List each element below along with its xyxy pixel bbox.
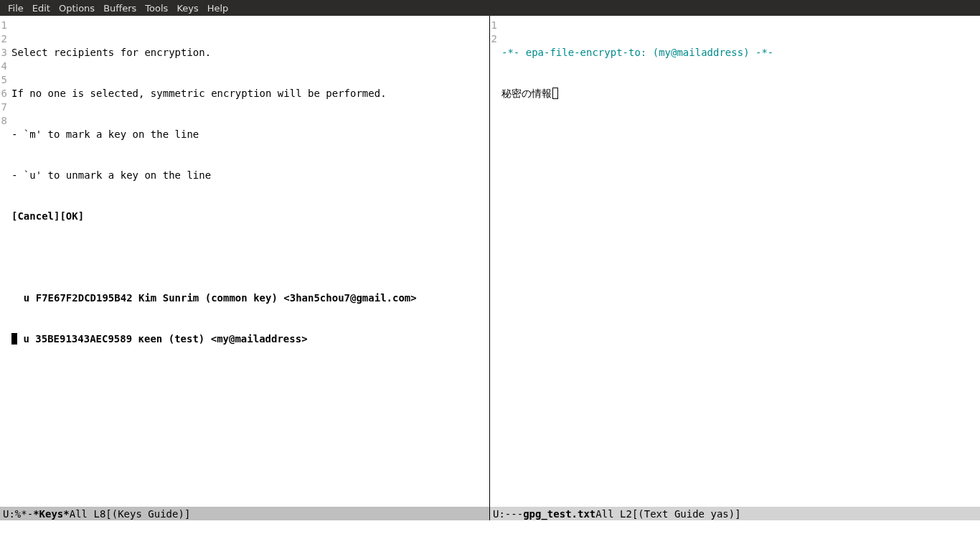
modeline-position: All L2 — [595, 508, 632, 520]
line-number: 2 — [490, 32, 497, 46]
right-modeline[interactable]: U:--- gpg_test.txt All L2 [(Text Guide y… — [490, 507, 980, 520]
line-number: 8 — [0, 114, 7, 128]
text-content: 秘密の情報 — [501, 88, 552, 99]
text-line: - `u' to unmark a key on the line — [11, 169, 417, 182]
text-line: 秘密の情報 — [501, 87, 773, 100]
cursor-icon — [552, 88, 558, 99]
modeline-buffer-name: gpg_test.txt — [523, 508, 595, 520]
menu-buffers[interactable]: Buffers — [99, 3, 141, 14]
key-entry-text: u 35BE91343AEC9589 κeen (test) <my@maila… — [17, 333, 308, 345]
line-number: 7 — [0, 100, 7, 114]
text-line: Select recipients for encryption. — [11, 46, 417, 60]
minibuffer[interactable] — [0, 520, 980, 534]
line-number: 5 — [0, 73, 7, 87]
menu-help[interactable]: Help — [203, 3, 233, 14]
right-gutter: 1 2 — [490, 16, 499, 507]
right-pane: 1 2 -*- epa-file-encrypt-to: (my@mailadd… — [490, 16, 980, 520]
right-content[interactable]: -*- epa-file-encrypt-to: (my@mailaddress… — [499, 16, 776, 507]
modeline-buffer-name: *Keys* — [33, 508, 70, 520]
menu-file[interactable]: File — [4, 3, 28, 14]
modeline-status: U:%*- — [3, 508, 33, 520]
cursor-icon — [11, 333, 17, 345]
line-number: 2 — [0, 32, 7, 46]
left-content[interactable]: Select recipients for encryption. If no … — [9, 16, 419, 507]
menu-keys[interactable]: Keys — [172, 3, 202, 14]
left-modeline[interactable]: U:%*- *Keys* All L8 [(Keys Guide)] — [0, 507, 489, 520]
line-number: 4 — [0, 60, 7, 73]
left-buffer[interactable]: 1 2 3 4 5 6 7 8 Select recipients for en… — [0, 16, 489, 507]
line-number: 1 — [0, 19, 7, 32]
text-line: If no one is selected, symmetric encrypt… — [11, 87, 417, 100]
line-number: 6 — [0, 87, 7, 100]
text-line — [11, 250, 417, 264]
menu-edit[interactable]: Edit — [28, 3, 55, 14]
menu-tools[interactable]: Tools — [141, 3, 172, 14]
file-variable-line: -*- epa-file-encrypt-to: (my@mailaddress… — [501, 46, 773, 60]
modeline-mode: [(Text Guide yas)] — [632, 508, 741, 520]
main-area: 1 2 3 4 5 6 7 8 Select recipients for en… — [0, 16, 980, 520]
key-entry[interactable]: u 35BE91343AEC9589 κeen (test) <my@maila… — [11, 332, 417, 346]
left-pane: 1 2 3 4 5 6 7 8 Select recipients for en… — [0, 16, 490, 520]
modeline-position: All L8 — [70, 508, 106, 520]
modeline-mode: [(Keys Guide)] — [105, 508, 190, 520]
menu-bar: File Edit Options Buffers Tools Keys Hel… — [0, 0, 980, 16]
text-line: - `m' to mark a key on the line — [11, 128, 417, 141]
modeline-status: U:--- — [493, 508, 523, 520]
line-number: 1 — [490, 19, 497, 32]
left-gutter: 1 2 3 4 5 6 7 8 — [0, 16, 9, 507]
key-entry[interactable]: u F7E67F2DCD195B42 Kim Sunrim (common ke… — [11, 291, 417, 305]
menu-options[interactable]: Options — [55, 3, 99, 14]
cancel-ok-line[interactable]: [Cancel][OK] — [11, 210, 417, 223]
right-buffer[interactable]: 1 2 -*- epa-file-encrypt-to: (my@mailadd… — [490, 16, 980, 507]
line-number: 3 — [0, 46, 7, 60]
